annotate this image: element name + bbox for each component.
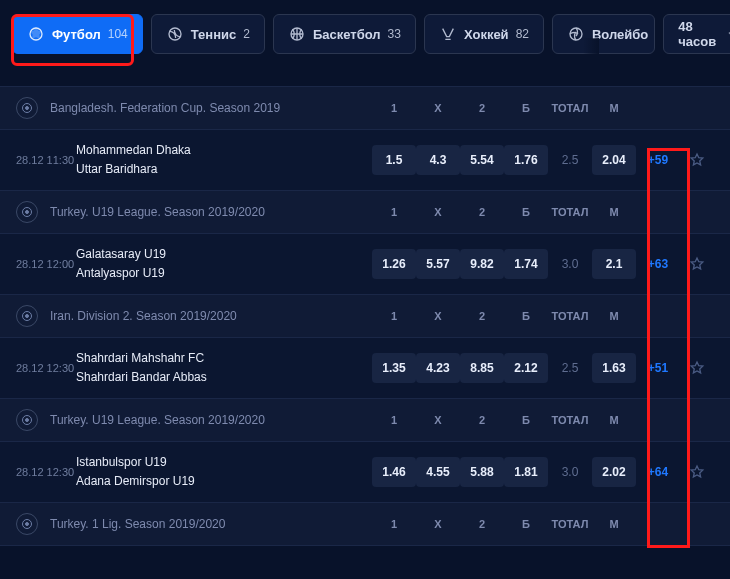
sport-tab-tennis[interactable]: Теннис 2 — [151, 14, 265, 54]
sport-tab-basketball[interactable]: Баскетбол 33 — [273, 14, 416, 54]
favorite-toggle[interactable] — [680, 464, 714, 480]
hockey-icon — [439, 25, 457, 43]
col-x: Х — [416, 206, 460, 218]
football-icon — [27, 25, 45, 43]
league-icon — [16, 513, 38, 535]
odds-2[interactable]: 5.88 — [460, 457, 504, 487]
team-away: Adana Demirspor U19 — [76, 473, 372, 490]
odds-1[interactable]: 1.35 — [372, 353, 416, 383]
svg-point-11 — [26, 419, 29, 422]
time-filter-dropdown[interactable]: 48 часов — [663, 14, 730, 54]
col-1: 1 — [372, 102, 416, 114]
odds-1[interactable]: 1.46 — [372, 457, 416, 487]
match-row: 28.12 12:00Galatasaray U19Antalyaspor U1… — [0, 234, 730, 294]
league-header[interactable]: Turkey. 1 Lig. Season 2019/20201Х2БТОТАЛ… — [0, 502, 730, 546]
match-datetime: 28.12 12:30 — [16, 465, 76, 479]
more-markets-link[interactable]: +59 — [636, 153, 680, 167]
time-filter-label: 48 часов — [678, 19, 716, 49]
odds-total-line: 2.5 — [548, 145, 592, 175]
sport-tab-label: Волейбо — [592, 27, 648, 42]
league-header[interactable]: Iran. Division 2. Season 2019/20201Х2БТО… — [0, 294, 730, 338]
col-total: ТОТАЛ — [548, 414, 592, 426]
col-total: ТОТАЛ — [548, 518, 592, 530]
col-2: 2 — [460, 102, 504, 114]
match-teams[interactable]: Istanbulspor U19Adana Demirspor U19 — [76, 454, 372, 490]
team-away: Uttar Baridhara — [76, 161, 372, 178]
odds-2[interactable]: 8.85 — [460, 353, 504, 383]
match-teams[interactable]: Mohammedan DhakaUttar Baridhara — [76, 142, 372, 178]
chevron-down-icon — [726, 28, 730, 40]
odds-x[interactable]: 4.55 — [416, 457, 460, 487]
match-datetime: 28.12 12:30 — [16, 361, 76, 375]
favorite-toggle[interactable] — [680, 256, 714, 272]
col-2: 2 — [460, 206, 504, 218]
col-under: М — [592, 518, 636, 530]
odds-over[interactable]: 1.76 — [504, 145, 548, 175]
matches-list: Bangladesh. Federation Cup. Season 20191… — [0, 86, 730, 546]
col-1: 1 — [372, 518, 416, 530]
col-1: 1 — [372, 206, 416, 218]
odds-1[interactable]: 1.26 — [372, 249, 416, 279]
league-name: Bangladesh. Federation Cup. Season 2019 — [50, 101, 372, 115]
odds-x[interactable]: 5.57 — [416, 249, 460, 279]
odds-x[interactable]: 4.3 — [416, 145, 460, 175]
odds-x[interactable]: 4.23 — [416, 353, 460, 383]
sport-tab-label: Футбол — [52, 27, 101, 42]
odds-2[interactable]: 9.82 — [460, 249, 504, 279]
col-total: ТОТАЛ — [548, 102, 592, 114]
odds-2[interactable]: 5.54 — [460, 145, 504, 175]
match-datetime: 28.12 12:00 — [16, 257, 76, 271]
col-2: 2 — [460, 518, 504, 530]
match-row: 28.12 12:30Shahrdari Mahshahr FCShahrdar… — [0, 338, 730, 398]
more-markets-link[interactable]: +63 — [636, 257, 680, 271]
match-teams[interactable]: Galatasaray U19Antalyaspor U19 — [76, 246, 372, 282]
svg-point-9 — [26, 315, 29, 318]
svg-point-3 — [570, 28, 582, 40]
tabs-overflow-fade — [583, 38, 599, 74]
odds-under[interactable]: 2.04 — [592, 145, 636, 175]
col-total: ТОТАЛ — [548, 310, 592, 322]
sport-tab-count: 33 — [388, 27, 401, 41]
col-x: Х — [416, 310, 460, 322]
col-under: М — [592, 310, 636, 322]
sport-tab-hockey[interactable]: Хоккей 82 — [424, 14, 544, 54]
odds-over[interactable]: 1.74 — [504, 249, 548, 279]
odds-under[interactable]: 2.02 — [592, 457, 636, 487]
league-header[interactable]: Bangladesh. Federation Cup. Season 20191… — [0, 86, 730, 130]
league-icon — [16, 305, 38, 327]
league-icon — [16, 97, 38, 119]
more-markets-link[interactable]: +64 — [636, 465, 680, 479]
odds-total-line: 3.0 — [548, 249, 592, 279]
match-teams[interactable]: Shahrdari Mahshahr FCShahrdari Bandar Ab… — [76, 350, 372, 386]
favorite-toggle[interactable] — [680, 360, 714, 376]
odds-total-line: 3.0 — [548, 457, 592, 487]
col-over: Б — [504, 310, 548, 322]
team-home: Galatasaray U19 — [76, 246, 372, 263]
league-name: Iran. Division 2. Season 2019/2020 — [50, 309, 372, 323]
col-1: 1 — [372, 310, 416, 322]
odds-under[interactable]: 2.1 — [592, 249, 636, 279]
sport-tab-football[interactable]: Футбол 104 — [12, 14, 143, 54]
odds-total-line: 2.5 — [548, 353, 592, 383]
col-under: М — [592, 414, 636, 426]
league-header[interactable]: Turkey. U19 League. Season 2019/20201Х2Б… — [0, 398, 730, 442]
odds-1[interactable]: 1.5 — [372, 145, 416, 175]
team-home: Istanbulspor U19 — [76, 454, 372, 471]
league-header[interactable]: Turkey. U19 League. Season 2019/20201Х2Б… — [0, 190, 730, 234]
team-away: Antalyaspor U19 — [76, 265, 372, 282]
odds-under[interactable]: 1.63 — [592, 353, 636, 383]
more-markets-link[interactable]: +51 — [636, 361, 680, 375]
league-icon — [16, 409, 38, 431]
odds-over[interactable]: 1.81 — [504, 457, 548, 487]
sport-tab-count: 2 — [243, 27, 250, 41]
team-home: Shahrdari Mahshahr FC — [76, 350, 372, 367]
favorite-toggle[interactable] — [680, 152, 714, 168]
match-row: 28.12 11:30Mohammedan DhakaUttar Baridha… — [0, 130, 730, 190]
svg-point-7 — [26, 211, 29, 214]
team-home: Mohammedan Dhaka — [76, 142, 372, 159]
sport-tab-volleyball[interactable]: Волейбо — [552, 14, 655, 54]
team-away: Shahrdari Bandar Abbas — [76, 369, 372, 386]
svg-point-5 — [26, 107, 29, 110]
league-icon — [16, 201, 38, 223]
odds-over[interactable]: 2.12 — [504, 353, 548, 383]
